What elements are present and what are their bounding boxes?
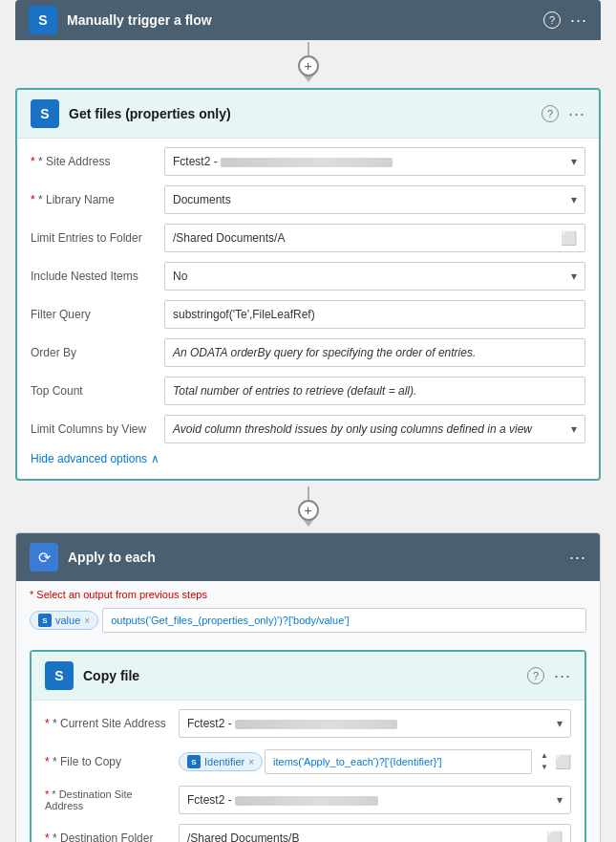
select-output-label: * Select an output from previous steps xyxy=(16,581,600,604)
library-name-row: * Library Name Documents ▾ xyxy=(31,184,585,215)
filter-query-row: Filter Query substringof('Te',FileLeafRe… xyxy=(31,299,585,330)
include-nested-input[interactable]: No ▾ xyxy=(164,262,585,291)
library-name-dropdown-icon: ▾ xyxy=(571,193,577,206)
token-value-box: outputs('Get_files_(properties_only)')?[… xyxy=(102,608,586,633)
order-by-input[interactable]: An ODATA orderBy query for specifying th… xyxy=(164,338,585,367)
file-to-copy-folder-icon: ⬜ xyxy=(555,754,571,769)
value-token[interactable]: S value × xyxy=(30,611,98,630)
filter-query-label: Filter Query xyxy=(31,308,164,321)
get-files-help-icon[interactable]: ? xyxy=(542,105,559,122)
copy-file-card: S Copy file ? ··· * Current Site Address xyxy=(30,650,586,842)
token-label: value xyxy=(55,615,80,626)
apply-to-each-more-icon[interactable]: ··· xyxy=(569,548,586,568)
apply-to-each-title: Apply to each xyxy=(68,550,569,565)
identifier-token-value: items('Apply_to_each')?['{Identifier}'] xyxy=(265,749,532,774)
limit-entries-folder-icon: ⬜ xyxy=(561,230,577,246)
file-to-copy-row: * File to Copy S Identifier × xyxy=(45,746,571,777)
token-value-text: outputs('Get_files_(properties_only)')?[… xyxy=(111,615,349,626)
filter-query-value: substringof('Te',FileLeafRef) xyxy=(173,308,315,321)
site-address-row: * Site Address Fctest2 - ▾ xyxy=(31,146,585,177)
trigger-help-icon[interactable]: ? xyxy=(543,11,561,29)
get-files-title: Get files (properties only) xyxy=(69,106,542,121)
add-step-btn-2[interactable]: + xyxy=(298,500,319,521)
connector-2: + xyxy=(0,481,616,532)
apply-to-each-actions: ··· xyxy=(569,548,586,568)
dest-folder-label: * Destination Folder xyxy=(45,831,179,842)
order-by-label: Order By xyxy=(31,346,164,359)
limit-entries-input[interactable]: /Shared Documents/A ⬜ xyxy=(164,224,585,252)
token-close-btn[interactable]: × xyxy=(84,615,90,626)
limit-entries-row: Limit Entries to Folder /Shared Document… xyxy=(31,223,585,253)
inner-card-wrapper: S Copy file ? ··· * Current Site Address xyxy=(16,642,600,842)
limit-columns-dropdown-icon: ▾ xyxy=(571,422,577,436)
top-count-input[interactable]: Total number of entries to retrieve (def… xyxy=(164,377,585,405)
identifier-token[interactable]: S Identifier × xyxy=(179,752,263,771)
include-nested-label: Include Nested Items xyxy=(31,270,164,283)
dest-folder-input[interactable]: /Shared Documents/B ⬜ xyxy=(179,824,571,842)
dest-site-label: * Destination Site Address xyxy=(45,788,179,811)
add-step-btn-1[interactable]: + xyxy=(298,55,319,76)
hide-advanced-btn[interactable]: Hide advanced options ∧ xyxy=(31,452,585,465)
library-name-input[interactable]: Documents ▾ xyxy=(164,185,585,214)
get-files-actions: ? ··· xyxy=(542,104,585,124)
dest-site-value: Fctest2 - xyxy=(187,793,378,807)
trigger-card-actions: ? ··· xyxy=(543,11,587,31)
connector-line-2 xyxy=(308,486,309,500)
get-files-card: S Get files (properties only) ? ··· * Si… xyxy=(15,88,601,481)
include-nested-row: Include Nested Items No ▾ xyxy=(31,261,585,291)
hide-advanced-label: Hide advanced options xyxy=(31,452,147,465)
top-count-label: Top Count xyxy=(31,384,164,398)
limit-columns-placeholder: Avoid column threshold issues by only us… xyxy=(173,422,532,436)
site-address-blurred xyxy=(221,158,393,167)
limit-columns-row: Limit Columns by View Avoid column thres… xyxy=(31,414,585,444)
site-address-value: Fctest2 - xyxy=(173,155,393,168)
current-site-blurred xyxy=(235,720,397,729)
get-files-header: S Get files (properties only) ? ··· xyxy=(17,90,599,139)
copy-file-form: * Current Site Address Fctest2 - ▾ xyxy=(32,701,584,842)
copy-file-more-icon[interactable]: ··· xyxy=(554,666,571,686)
dest-folder-row: * Destination Folder /Shared Documents/B… xyxy=(45,823,571,842)
site-address-dropdown-icon: ▾ xyxy=(571,155,577,168)
apply-to-each-header: ⟳ Apply to each ··· xyxy=(16,533,600,581)
library-name-label: * Library Name xyxy=(31,193,164,206)
page-wrapper: S Manually trigger a flow ? ··· + S Get … xyxy=(0,0,616,842)
limit-entries-value: /Shared Documents/A xyxy=(173,231,285,245)
copy-file-header: S Copy file ? ··· xyxy=(32,652,584,701)
dest-folder-value: /Shared Documents/B xyxy=(187,831,299,842)
identifier-token-label: Identifier xyxy=(204,756,244,767)
file-to-copy-stepper[interactable]: ▲ ▼ xyxy=(538,750,551,773)
hide-advanced-chevron-icon: ∧ xyxy=(151,452,159,465)
get-files-more-icon[interactable]: ··· xyxy=(568,104,585,124)
stepper-up-btn[interactable]: ▲ xyxy=(538,750,551,762)
limit-entries-label: Limit Entries to Folder xyxy=(31,231,164,245)
dest-site-input[interactable]: Fctest2 - ▾ xyxy=(179,786,571,814)
copy-file-help-icon[interactable]: ? xyxy=(527,667,544,684)
site-address-input[interactable]: Fctest2 - ▾ xyxy=(164,147,585,176)
current-site-row: * Current Site Address Fctest2 - ▾ xyxy=(45,708,571,739)
order-by-row: Order By An ODATA orderBy query for spec… xyxy=(31,337,585,368)
trigger-card-title: Manually trigger a flow xyxy=(67,12,543,28)
order-by-placeholder: An ODATA orderBy query for specifying th… xyxy=(173,346,476,359)
copy-file-title: Copy file xyxy=(83,668,527,683)
include-nested-value: No xyxy=(173,270,187,283)
dest-site-dropdown-icon: ▾ xyxy=(557,793,563,807)
dest-site-row: * Destination Site Address Fctest2 - ▾ xyxy=(45,785,571,815)
stepper-down-btn[interactable]: ▼ xyxy=(538,762,551,773)
site-address-label: * Site Address xyxy=(31,155,164,168)
trigger-card-icon: S xyxy=(29,6,57,34)
identifier-token-icon: S xyxy=(187,755,201,768)
get-files-icon: S xyxy=(31,99,59,128)
include-nested-dropdown-icon: ▾ xyxy=(571,270,577,283)
get-files-form: * Site Address Fctest2 - ▾ * Library Nam… xyxy=(17,139,599,479)
filter-query-input[interactable]: substringof('Te',FileLeafRef) xyxy=(164,300,585,329)
copy-file-actions: ? ··· xyxy=(527,666,571,686)
limit-columns-input[interactable]: Avoid column threshold issues by only us… xyxy=(164,415,585,443)
trigger-more-icon[interactable]: ··· xyxy=(570,11,587,31)
trigger-card-header: S Manually trigger a flow ? ··· xyxy=(15,0,601,40)
current-site-input[interactable]: Fctest2 - ▾ xyxy=(179,709,571,738)
apply-to-each-icon: ⟳ xyxy=(30,543,58,572)
dest-folder-folder-icon: ⬜ xyxy=(546,831,563,842)
identifier-token-close[interactable]: × xyxy=(248,757,254,767)
token-icon: S xyxy=(38,614,52,627)
copy-file-icon: S xyxy=(45,661,74,690)
